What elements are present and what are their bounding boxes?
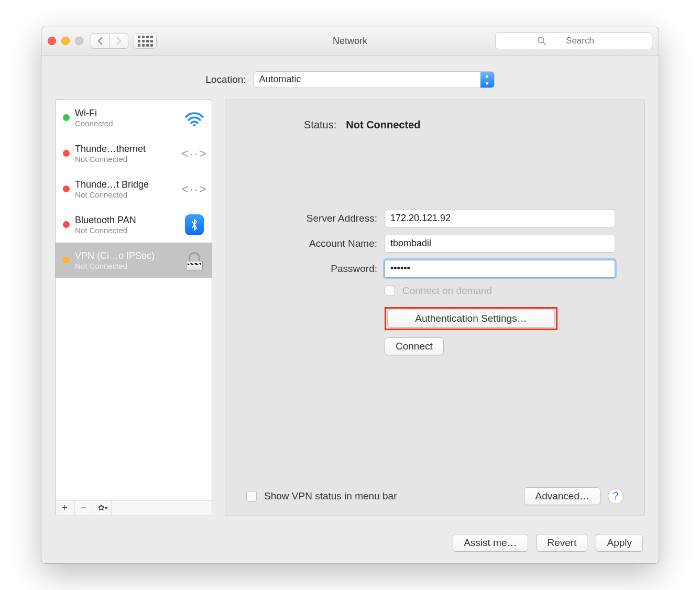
network-prefs-window: Network Location: Automatic ▲▼: [41, 27, 659, 564]
auth-settings-highlight: Authentication Settings…: [385, 307, 557, 330]
status-dot-icon: [63, 185, 70, 192]
minimize-window-button[interactable]: [61, 37, 70, 45]
back-button[interactable]: [91, 33, 110, 49]
svg-point-2: [193, 124, 196, 126]
sidebar-toolbar: + − ✿▾: [56, 500, 212, 516]
dropdown-stepper-icon: ▲▼: [480, 72, 494, 88]
service-status: Connected: [75, 119, 177, 128]
revert-button[interactable]: Revert: [537, 534, 588, 552]
service-name: Wi-Fi: [75, 108, 177, 119]
titlebar: Network: [41, 27, 659, 56]
connect-on-demand-label: Connect on demand: [402, 285, 492, 297]
remove-service-button[interactable]: −: [74, 500, 93, 516]
status-dot-icon: [63, 150, 70, 157]
chevron-right-icon: [116, 37, 122, 45]
main-bottom-row: Show VPN status in menu bar Advanced… ?: [246, 487, 624, 505]
apply-button[interactable]: Apply: [596, 534, 643, 552]
location-value: Automatic: [259, 74, 301, 85]
service-status: Not Connected: [75, 155, 177, 163]
close-window-button[interactable]: [48, 37, 56, 45]
add-service-button[interactable]: +: [56, 500, 74, 516]
server-address-input[interactable]: [385, 210, 615, 227]
status-dot-icon: [63, 114, 70, 121]
vpn-form: Server Address: Account Name: Password: …: [257, 210, 624, 355]
service-list: Wi-Fi Connected Thunde…thernet Not Conne…: [56, 100, 212, 500]
location-label: Location:: [205, 74, 246, 85]
server-address-label: Server Address:: [257, 213, 377, 224]
service-bluetooth-pan[interactable]: Bluetooth PAN Not Connected: [56, 207, 212, 243]
grid-icon: [138, 36, 153, 47]
service-wifi[interactable]: Wi-Fi Connected: [56, 100, 212, 136]
service-actions-button[interactable]: ✿▾: [93, 500, 112, 516]
status-label: Status:: [304, 119, 336, 131]
account-name-label: Account Name:: [257, 238, 377, 249]
location-dropdown[interactable]: Automatic ▲▼: [254, 71, 495, 88]
vpn-lock-icon: [182, 251, 206, 270]
status-value: Not Connected: [346, 119, 420, 131]
password-label: Password:: [257, 263, 377, 275]
ethernet-icon: <··>: [182, 180, 206, 199]
wifi-icon: [182, 108, 206, 127]
status-dot-icon: [63, 221, 70, 228]
chevron-left-icon: [97, 37, 103, 45]
service-status: Not Connected: [75, 190, 177, 199]
service-status: Not Connected: [75, 261, 177, 270]
service-sidebar: Wi-Fi Connected Thunde…thernet Not Conne…: [55, 100, 212, 516]
forward-button[interactable]: [110, 33, 128, 49]
password-input[interactable]: [385, 260, 615, 278]
authentication-settings-button[interactable]: Authentication Settings…: [387, 310, 555, 327]
show-vpn-status-label: Show VPN status in menu bar: [264, 490, 397, 502]
traffic-lights: [48, 37, 83, 45]
service-name: Bluetooth PAN: [75, 215, 177, 226]
nav-back-forward: [91, 33, 128, 49]
service-vpn[interactable]: VPN (Ci…o IPSec) Not Connected: [56, 243, 212, 278]
connect-button[interactable]: Connect: [385, 337, 444, 355]
advanced-button[interactable]: Advanced…: [524, 487, 600, 505]
ethernet-icon: <··>: [182, 144, 206, 163]
service-name: Thunde…thernet: [75, 144, 177, 155]
account-name-input[interactable]: [385, 235, 615, 253]
show-vpn-status-checkbox[interactable]: [246, 491, 257, 501]
status-dot-icon: [63, 257, 70, 264]
service-thunderbolt-bridge[interactable]: Thunde…t Bridge Not Connected <··>: [56, 171, 212, 207]
main-pane: Status: Not Connected Server Address: Ac…: [225, 100, 645, 516]
service-status: Not Connected: [75, 226, 177, 235]
bluetooth-icon: [182, 215, 206, 234]
assist-me-button[interactable]: Assist me…: [453, 534, 528, 552]
help-button[interactable]: ?: [608, 488, 624, 504]
zoom-window-button[interactable]: [75, 37, 83, 45]
connect-on-demand-checkbox[interactable]: [385, 286, 395, 296]
service-name: Thunde…t Bridge: [75, 179, 177, 190]
body-area: Wi-Fi Connected Thunde…thernet Not Conne…: [41, 100, 659, 526]
footer: Assist me… Revert Apply: [41, 526, 659, 563]
service-thunderbolt-ethernet[interactable]: Thunde…thernet Not Connected <··>: [56, 136, 212, 171]
search-input[interactable]: [495, 32, 652, 49]
show-all-button[interactable]: [134, 33, 157, 49]
sidebar-toolbar-spacer: [112, 500, 212, 516]
location-row: Location: Automatic ▲▼: [41, 56, 659, 100]
service-name: VPN (Ci…o IPSec): [75, 250, 177, 261]
status-row: Status: Not Connected: [304, 119, 624, 131]
